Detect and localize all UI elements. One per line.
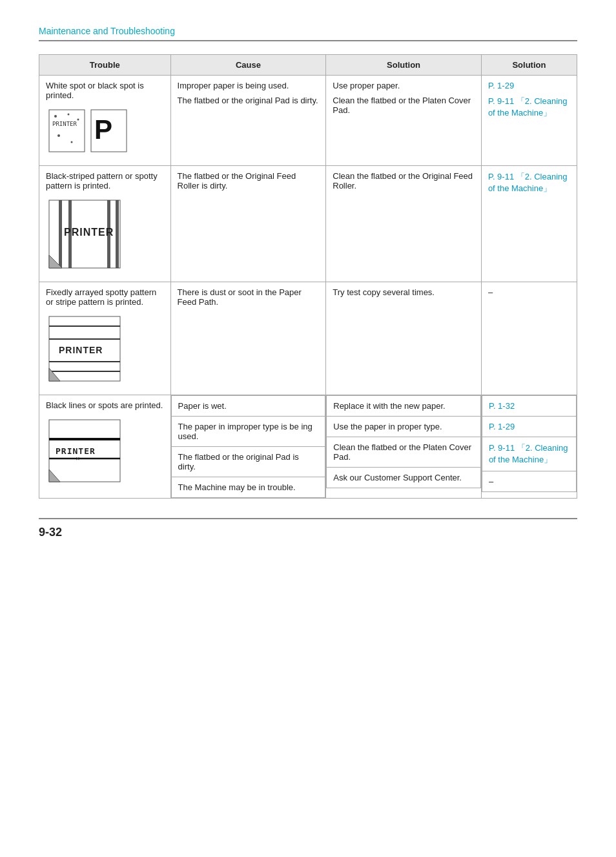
- cause-cell-3: There is dust or soot in the Paper Feed …: [170, 282, 326, 395]
- col-header-solution1: Solution: [326, 55, 482, 76]
- illus-black-lines: PRINTER ✕: [46, 417, 164, 490]
- sol1-item-1-1: Use proper paper.: [333, 81, 475, 90]
- table-row: Ask our Customer Support Center.: [327, 468, 481, 488]
- sol2-item-2-1: P. 9-11 「2. Cleaning of the Machine」: [488, 171, 570, 194]
- sol1-4-4: Ask our Customer Support Center.: [327, 468, 481, 488]
- cause-cell-4: Paper is wet. The paper in improper type…: [170, 395, 326, 499]
- svg-point-6: [71, 141, 73, 143]
- sol1-item-3-1: Try test copy several times.: [333, 287, 475, 297]
- inner-sol1-table-4: Replace it with the new paper. Use the p…: [326, 395, 481, 488]
- illus-svg-3: PRINTER: [46, 313, 130, 387]
- col-header-trouble: Trouble: [39, 55, 171, 76]
- sol1-item-2-1: Clean the flatbed or the Original Feed R…: [333, 171, 475, 191]
- cause-item-3-1: There is dust or soot in the Paper Feed …: [178, 287, 320, 307]
- table-row: The paper in improper type is be ing use…: [171, 417, 325, 447]
- table-row: Use the paper in proper type.: [327, 417, 481, 437]
- table-row: Black lines or spots are printed. PRINTE…: [39, 395, 577, 499]
- svg-text:PRINTER: PRINTER: [52, 121, 77, 127]
- cause-cell-1: Improper paper is being used. The flatbe…: [170, 76, 326, 166]
- col-header-solution2: Solution: [481, 55, 577, 76]
- illus-svg-1: PRINTER P: [46, 107, 136, 158]
- table-row: Replace it with the new paper.: [327, 396, 481, 417]
- svg-text:PRINTER: PRINTER: [64, 227, 114, 238]
- trouble-cell-2: Black-striped pattern or spotty pattern …: [39, 166, 171, 282]
- trouble-cell-3: Fixedly arrayed spotty pattern or stripe…: [39, 282, 171, 395]
- cause-item-2-1: The flatbed or the Original Feed Roller …: [178, 171, 320, 191]
- solution1-cell-4: Replace it with the new paper. Use the p…: [326, 395, 482, 499]
- svg-point-3: [68, 114, 70, 116]
- illus-fixed: PRINTER: [46, 313, 164, 389]
- illus-svg-2: PRINTER: [46, 197, 130, 274]
- svg-rect-13: [116, 200, 119, 268]
- sol2-4-3: P. 9-11 「2. Cleaning of the Machine」: [482, 437, 576, 471]
- svg-point-5: [57, 134, 60, 137]
- trouble-cell-1: White spot or black spot is printed. PRI…: [39, 76, 171, 166]
- table-row: Fixedly arrayed spotty pattern or stripe…: [39, 282, 577, 395]
- page-footer: 9-32: [39, 518, 577, 539]
- solution1-cell-2: Clean the flatbed or the Original Feed R…: [326, 166, 482, 282]
- sol2-4-2: P. 1-29: [482, 417, 576, 437]
- table-row: Paper is wet.: [171, 396, 325, 417]
- cause-4-2: The paper in improper type is be ing use…: [171, 417, 325, 447]
- svg-text:PRINTER: PRINTER: [59, 345, 103, 355]
- sol1-4-3: Clean the flatbed or the Platen Cover Pa…: [327, 437, 481, 468]
- svg-text:PRINTER: PRINTER: [56, 446, 96, 456]
- cause-4-1: Paper is wet.: [171, 396, 325, 417]
- illus-striped: PRINTER: [46, 197, 164, 276]
- cause-item-1-2: The flatbed or the original Pad is dirty…: [178, 96, 320, 105]
- sol2-item-3-1: –: [488, 287, 570, 297]
- table-row: –: [482, 471, 576, 492]
- header-title: Maintenance and Troubleshooting: [39, 26, 175, 36]
- trouble-text-2: Black-striped pattern or spotty pattern …: [46, 171, 158, 191]
- svg-text:P: P: [94, 114, 112, 145]
- table-row: The Machine may be in trouble.: [171, 477, 325, 498]
- sol1-4-1: Replace it with the new paper.: [327, 396, 481, 417]
- main-table: Trouble Cause Solution Solution White sp…: [39, 54, 577, 499]
- svg-point-4: [77, 119, 79, 121]
- trouble-text-1: White spot or black spot is printed.: [46, 81, 144, 100]
- cause-cell-2: The flatbed or the Original Feed Roller …: [170, 166, 326, 282]
- trouble-text-3: Fixedly arrayed spotty pattern or stripe…: [46, 287, 156, 307]
- table-row: White spot or black spot is printed. PRI…: [39, 76, 577, 166]
- table-row: Black-striped pattern or spotty pattern …: [39, 166, 577, 282]
- illus-svg-4: PRINTER ✕: [46, 417, 130, 488]
- cause-4-4: The Machine may be in trouble.: [171, 477, 325, 498]
- solution2-cell-1: P. 1-29 P. 9-11 「2. Cleaning of the Mach…: [481, 76, 577, 166]
- cause-4-3: The flatbed or the original Pad is dirty…: [171, 447, 325, 477]
- table-header-row: Trouble Cause Solution Solution: [39, 55, 577, 76]
- table-row: P. 1-29: [482, 417, 576, 437]
- solution2-cell-4: P. 1-32 P. 1-29 P. 9-11 「2. Cleaning of …: [481, 395, 577, 499]
- sol2-item-1-1: P. 1-29: [488, 81, 570, 90]
- cause-item-1-1: Improper paper is being used.: [178, 81, 320, 90]
- trouble-cell-4: Black lines or spots are printed. PRINTE…: [39, 395, 171, 499]
- illus-white-black: PRINTER P: [46, 107, 164, 160]
- table-row: Clean the flatbed or the Platen Cover Pa…: [327, 437, 481, 468]
- solution1-cell-1: Use proper paper. Clean the flatbed or t…: [326, 76, 482, 166]
- table-row: P. 9-11 「2. Cleaning of the Machine」: [482, 437, 576, 471]
- inner-sol2-table-4: P. 1-32 P. 1-29 P. 9-11 「2. Cleaning of …: [482, 395, 577, 492]
- sol2-4-1: P. 1-32: [482, 396, 576, 417]
- col-header-cause: Cause: [170, 55, 326, 76]
- sol1-4-2: Use the paper in proper type.: [327, 417, 481, 437]
- solution2-cell-2: P. 9-11 「2. Cleaning of the Machine」: [481, 166, 577, 282]
- solution2-cell-3: –: [481, 282, 577, 395]
- sol2-4-4: –: [482, 471, 576, 492]
- solution1-cell-3: Try test copy several times.: [326, 282, 482, 395]
- svg-point-2: [54, 115, 57, 118]
- trouble-text-4: Black lines or spots are printed.: [46, 400, 163, 410]
- table-row: The flatbed or the original Pad is dirty…: [171, 447, 325, 477]
- page-number: 9-32: [39, 526, 62, 539]
- inner-cause-table-4: Paper is wet. The paper in improper type…: [171, 395, 326, 498]
- svg-rect-10: [59, 200, 62, 268]
- svg-text:✕: ✕: [76, 456, 80, 462]
- page-header: Maintenance and Troubleshooting: [39, 26, 577, 41]
- sol2-item-1-2: P. 9-11 「2. Cleaning of the Machine」: [488, 96, 570, 119]
- sol1-item-1-2: Clean the flatbed or the Platen Cover Pa…: [333, 96, 475, 115]
- table-row: P. 1-32: [482, 396, 576, 417]
